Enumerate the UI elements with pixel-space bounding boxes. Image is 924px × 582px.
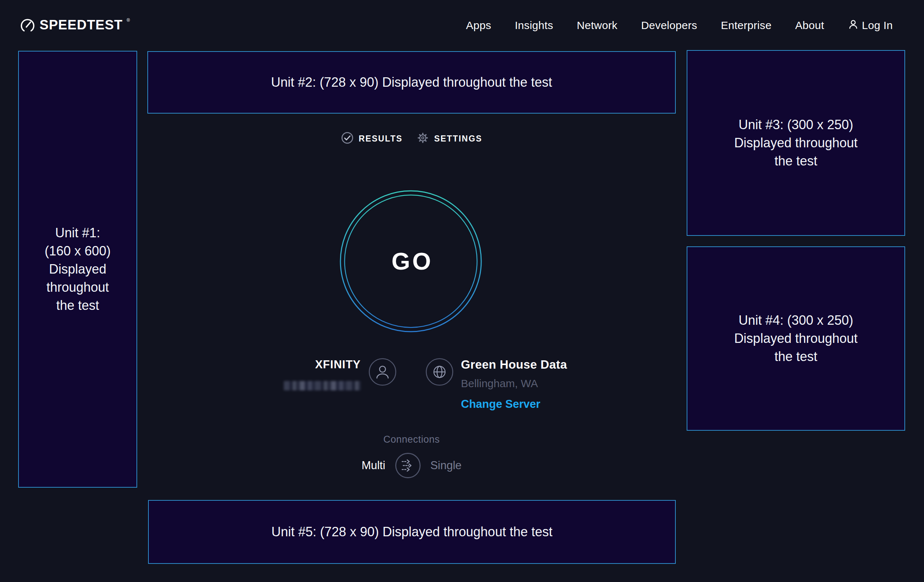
ad-unit-3-text: Unit #3: (300 x 250) Displayed throughou…: [734, 116, 858, 170]
connections-toggle[interactable]: [395, 452, 421, 478]
nav-item-network[interactable]: Network: [577, 19, 617, 31]
connections-label-row: Connections: [147, 434, 676, 445]
server-info: Green House Data Bellingham, WA Change S…: [461, 358, 567, 410]
tab-settings[interactable]: SETTINGS: [416, 131, 482, 146]
isp-name: XFINITY: [315, 358, 361, 372]
redacted-ip-blur: [284, 381, 361, 391]
login-button[interactable]: Log In: [848, 19, 893, 32]
connections-multi-option[interactable]: Multi: [361, 459, 385, 472]
nav-item-apps[interactable]: Apps: [466, 19, 492, 31]
speedtest-page: SPEEDTEST ® Apps Insights Network Develo…: [0, 0, 924, 582]
server-location: Bellingham, WA: [461, 378, 538, 389]
isp-info: XFINITY: [284, 358, 361, 391]
nav-links: Apps Insights Network Developers Enterpr…: [466, 19, 893, 32]
login-label: Log In: [862, 19, 893, 31]
isp-user-icon: [368, 358, 397, 386]
trademark-mark: ®: [127, 18, 130, 23]
ad-unit-5: Unit #5: (728 x 90) Displayed throughout…: [148, 500, 676, 564]
nav-item-insights[interactable]: Insights: [515, 19, 553, 31]
tab-results-label: RESULTS: [358, 134, 403, 144]
view-tabs: RESULTS: [147, 131, 676, 146]
check-circle-icon: [341, 131, 354, 146]
connections-single-option[interactable]: Single: [431, 459, 462, 472]
ad-unit-1-text: Unit #1: (160 x 600) Displayed throughou…: [45, 224, 111, 315]
multi-connection-arrows-icon: [395, 452, 421, 478]
server-globe-icon: [425, 358, 454, 386]
ad-unit-1: Unit #1: (160 x 600) Displayed throughou…: [18, 51, 137, 488]
connections-row: Multi Single: [147, 452, 676, 478]
brand-name: SPEEDTEST: [40, 17, 123, 33]
tab-settings-label: SETTINGS: [434, 134, 482, 144]
go-button[interactable]: GO: [338, 189, 483, 334]
change-server-link[interactable]: Change Server: [461, 398, 540, 410]
ad-unit-2-text: Unit #2: (728 x 90) Displayed throughout…: [271, 73, 552, 91]
gear-icon: [416, 131, 429, 146]
ad-unit-4-text: Unit #4: (300 x 250) Displayed throughou…: [734, 311, 858, 366]
ad-unit-5-text: Unit #5: (728 x 90) Displayed throughout…: [271, 523, 553, 541]
connections-label: Connections: [383, 434, 440, 445]
user-icon: [848, 19, 859, 32]
nav-item-developers[interactable]: Developers: [641, 19, 697, 31]
go-label: GO: [338, 189, 483, 334]
ad-unit-4: Unit #4: (300 x 250) Displayed throughou…: [686, 246, 905, 431]
nav-item-about[interactable]: About: [795, 19, 824, 31]
tab-results[interactable]: RESULTS: [341, 131, 403, 146]
server-name: Green House Data: [461, 358, 567, 372]
top-nav: SPEEDTEST ® Apps Insights Network Develo…: [0, 0, 924, 51]
ad-unit-2: Unit #2: (728 x 90) Displayed throughout…: [147, 51, 676, 114]
speedometer-logo-icon: [20, 17, 36, 34]
ad-unit-3: Unit #3: (300 x 250) Displayed throughou…: [686, 50, 905, 236]
speedtest-brand[interactable]: SPEEDTEST ®: [20, 17, 130, 34]
nav-item-enterprise[interactable]: Enterprise: [721, 19, 772, 31]
